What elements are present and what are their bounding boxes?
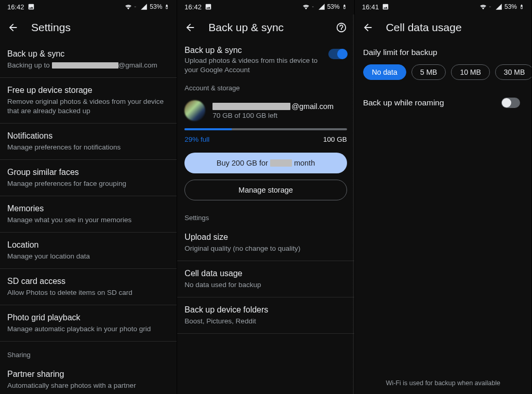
item-title: Back up & sync <box>7 49 169 60</box>
roaming-toggle[interactable] <box>501 98 520 108</box>
item-title: Back up device folders <box>184 305 347 316</box>
item-partner-sharing[interactable]: Partner sharing Automatically share phot… <box>0 362 177 394</box>
footer-note: Wi-Fi is used for backup when available <box>355 379 531 387</box>
back-button[interactable] <box>184 22 196 33</box>
item-subtitle: Manage what you see in your memories <box>7 215 169 225</box>
settings-screen: 16:42 53% Settings Back up & sync Backin… <box>0 0 177 394</box>
item-subtitle: Allow Photos to delete items on SD card <box>7 288 169 297</box>
signal-icon <box>318 3 325 10</box>
daily-limit-label: Daily limit for backup <box>355 42 531 64</box>
backup-sync-screen: 16:42 53% Back up & sync Back up & sync … <box>177 0 354 394</box>
back-button[interactable] <box>362 22 374 33</box>
battery-icon <box>519 3 524 10</box>
chip-10mb[interactable]: 10 MB <box>451 64 489 80</box>
item-free-storage[interactable]: Free up device storage Remove original p… <box>0 78 177 124</box>
chip-group: No data 5 MB 10 MB 30 MB Un <box>355 64 531 80</box>
dots-icon <box>134 4 138 9</box>
signal-icon <box>495 3 502 10</box>
roaming-row: Back up while roaming <box>355 80 531 108</box>
item-title: Location <box>7 240 169 251</box>
redacted-email <box>212 103 290 110</box>
redacted-email <box>52 62 118 69</box>
item-title: Photo grid playback <box>7 313 169 323</box>
total-capacity: 100 GB <box>323 135 347 143</box>
backup-toggle[interactable] <box>328 49 347 59</box>
battery-pct: 53% <box>504 3 517 10</box>
item-device-folders[interactable]: Back up device folders Boost, Pictures, … <box>177 297 354 334</box>
chip-5mb[interactable]: 5 MB <box>411 64 446 80</box>
image-icon <box>28 3 35 10</box>
backup-subtitle: Upload photos & videos from this device … <box>184 56 322 75</box>
item-cell-data[interactable]: Cell data usage No data used for backup <box>177 261 354 297</box>
item-title: Cell data usage <box>184 268 347 279</box>
backup-title: Back up & sync <box>184 46 322 55</box>
item-subtitle: Backing up to @gmail.com <box>7 61 169 70</box>
item-sd-card[interactable]: SD card access Allow Photos to delete it… <box>0 269 177 305</box>
app-bar: Cell data usage <box>355 13 531 42</box>
app-bar: Back up & sync <box>177 13 354 42</box>
item-title: SD card access <box>7 276 169 287</box>
image-icon <box>205 3 212 10</box>
item-subtitle: Manage automatic playback in your photo … <box>7 324 169 334</box>
roaming-label: Back up while roaming <box>363 98 444 107</box>
item-subtitle: Remove original photos & videos from you… <box>7 97 169 116</box>
page-title: Cell data usage <box>386 21 462 34</box>
clock: 16:42 <box>7 3 24 11</box>
item-subtitle: Manage your location data <box>7 252 169 261</box>
item-notifications[interactable]: Notifications Manage preferences for not… <box>0 124 177 160</box>
dots-icon <box>312 4 316 9</box>
page-title: Back up & sync <box>208 21 284 34</box>
clock: 16:42 <box>184 3 202 11</box>
account-row[interactable]: @gmail.com 70 GB of 100 GB left <box>177 95 354 121</box>
help-button[interactable] <box>336 22 347 33</box>
manage-storage-button[interactable]: Manage storage <box>184 180 347 200</box>
image-icon <box>382 3 389 10</box>
quota-text: 70 GB of 100 GB left <box>212 112 334 119</box>
item-subtitle: Automatically share photos with a partne… <box>7 381 169 390</box>
section-sharing: Sharing <box>0 342 177 362</box>
item-title: Group similar faces <box>7 167 169 178</box>
status-bar: 16:42 53% <box>177 0 354 13</box>
avatar <box>184 100 205 121</box>
wifi-icon <box>480 3 487 10</box>
section-account-storage: Account & storage <box>177 75 354 95</box>
redacted-price <box>270 159 292 167</box>
item-subtitle: Manage preferences for face grouping <box>7 179 169 188</box>
item-title: Notifications <box>7 131 169 142</box>
battery-pct: 53% <box>327 3 340 10</box>
dots-icon <box>489 4 493 9</box>
item-title: Partner sharing <box>7 369 169 380</box>
item-subtitle: No data used for backup <box>184 280 347 290</box>
item-upload-size[interactable]: Upload size Original quality (no change … <box>177 225 354 261</box>
status-bar: 16:41 53% <box>355 0 531 13</box>
item-group-faces[interactable]: Group similar faces Manage preferences f… <box>0 160 177 196</box>
app-bar: Settings <box>0 13 177 42</box>
account-email: @gmail.com <box>212 102 334 111</box>
item-title: Free up device storage <box>7 85 169 96</box>
chip-30mb[interactable]: 30 MB <box>495 64 531 80</box>
item-location[interactable]: Location Manage your location data <box>0 233 177 269</box>
section-settings: Settings <box>177 200 354 225</box>
storage-progress <box>184 128 347 130</box>
item-backup-sync[interactable]: Back up & sync Backing up to @gmail.com <box>0 42 177 78</box>
item-subtitle: Manage preferences for notifications <box>7 143 169 152</box>
back-button[interactable] <box>7 22 19 33</box>
battery-icon <box>342 3 347 10</box>
cell-data-screen: 16:41 53% Cell data usage Daily limit fo… <box>355 0 532 394</box>
item-subtitle: Original quality (no change to quality) <box>184 244 347 253</box>
wifi-icon <box>302 3 310 10</box>
item-grid-playback[interactable]: Photo grid playback Manage automatic pla… <box>0 305 177 342</box>
signal-icon <box>140 3 148 10</box>
wifi-icon <box>125 3 132 10</box>
buy-storage-button[interactable]: Buy 200 GB for month <box>184 153 347 173</box>
item-title: Memories <box>7 203 169 214</box>
item-memories[interactable]: Memories Manage what you see in your mem… <box>0 196 177 233</box>
clock: 16:41 <box>362 3 379 11</box>
chip-no-data[interactable]: No data <box>363 64 406 80</box>
battery-icon <box>164 3 169 10</box>
item-title: Upload size <box>184 232 347 243</box>
item-subtitle: Boost, Pictures, Reddit <box>184 317 347 326</box>
page-title: Settings <box>31 21 71 34</box>
battery-pct: 53% <box>150 3 162 10</box>
status-bar: 16:42 53% <box>0 0 177 13</box>
